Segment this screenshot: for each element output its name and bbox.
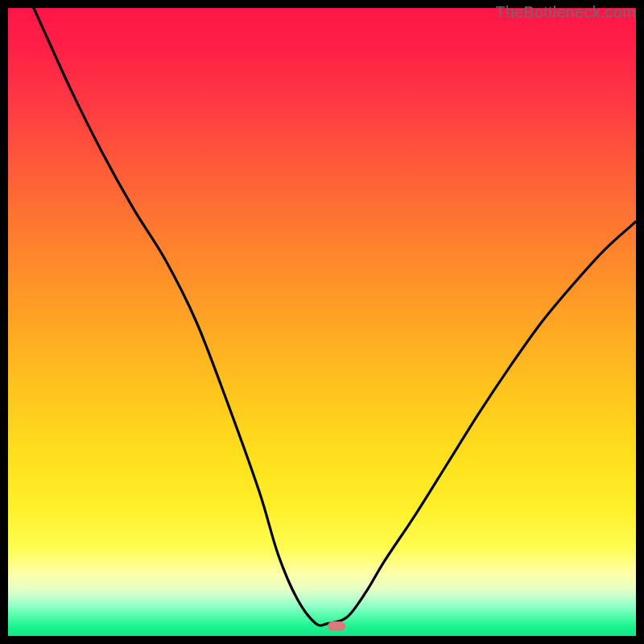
optimum-marker (328, 621, 345, 631)
watermark-text: TheBottleneck.com (495, 3, 636, 22)
chart-frame: TheBottleneck.com (0, 0, 644, 644)
chart-plot-area (8, 8, 636, 636)
bottleneck-curve (8, 8, 636, 636)
